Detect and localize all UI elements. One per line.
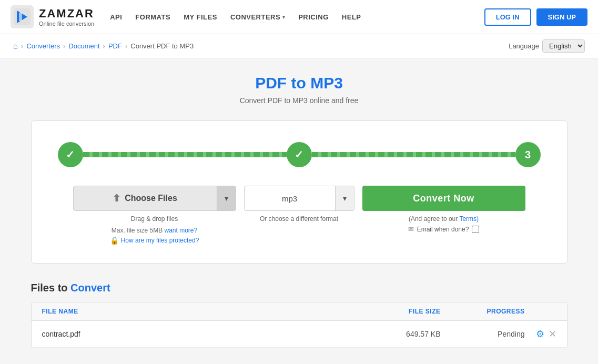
steps-bar: ✓ ✓ 3 [58, 142, 541, 167]
agree-text: (And agree to our Terms) [409, 215, 479, 223]
files-title-accent: Convert [70, 282, 110, 294]
nav-pricing[interactable]: PRICING [298, 13, 329, 21]
nav-formats[interactable]: FORMATS [135, 13, 170, 21]
logo[interactable]: ZAMZAR Online file conversion [11, 5, 94, 28]
col-header-name: FILE NAME [42, 308, 378, 315]
file-name: contract.pdf [42, 330, 378, 338]
sep4: › [125, 42, 127, 50]
sep1: › [21, 42, 23, 50]
format-dropdown-arrow[interactable]: ▾ [335, 186, 354, 210]
breadcrumb-document[interactable]: Document [68, 42, 99, 50]
choose-files-button[interactable]: ⬆ Choose Files ▾ [73, 186, 236, 211]
step-1: ✓ [58, 142, 83, 167]
file-settings-button[interactable]: ⚙ [536, 328, 544, 340]
signup-button[interactable]: SIGN UP [536, 8, 587, 26]
page-title: PDF to MP3 [31, 74, 567, 92]
email-label: Email when done? [417, 226, 469, 233]
nav-converters[interactable]: CONVERTERS ▾ [230, 13, 285, 21]
email-row: ✉ Email when done? [408, 225, 480, 233]
language-label: Language [509, 42, 539, 50]
page-subtitle: Convert PDF to MP3 online and free [31, 96, 567, 105]
logo-icon [11, 5, 34, 28]
format-value: mp3 [245, 194, 335, 203]
breadcrumb: ⌂ › Converters › Document › PDF › Conver… [13, 42, 194, 50]
main-nav: API FORMATS MY FILES CONVERTERS ▾ PRICIN… [110, 13, 484, 21]
drag-drop-hint: Drag & drop files [131, 215, 178, 223]
format-arrow-icon: ▾ [343, 194, 347, 203]
step-3: 3 [515, 142, 541, 167]
file-size: 649.57 KB [378, 330, 441, 338]
nav-api[interactable]: API [110, 13, 122, 21]
nav-help[interactable]: HELP [342, 13, 361, 21]
home-icon: ⌂ [13, 42, 18, 50]
main-content: PDF to MP3 Convert PDF to MP3 online and… [23, 58, 575, 364]
lock-icon: 🔒 [110, 236, 119, 245]
email-checkbox[interactable] [472, 226, 479, 233]
svg-rect-5 [19, 13, 22, 21]
files-section-title: Files to Convert [31, 282, 567, 294]
file-remove-button[interactable]: ✕ [549, 328, 556, 340]
convert-now-button[interactable]: Convert Now [362, 186, 525, 211]
login-button[interactable]: LOG IN [484, 8, 531, 26]
action-row: ⬆ Choose Files ▾ Drag & drop files Max. … [58, 186, 541, 245]
upload-icon: ⬆ [113, 193, 120, 204]
choose-files-label: Choose Files [125, 194, 177, 203]
sep3: › [103, 42, 105, 50]
logo-tagline: Online file conversion [39, 21, 94, 27]
convert-section: Convert Now (And agree to our Terms) ✉ E… [362, 186, 525, 233]
nav-my-files[interactable]: MY FILES [184, 13, 217, 21]
language-area: Language English [509, 39, 585, 53]
arrow-icon: ▾ [225, 194, 228, 203]
converters-dropdown-arrow: ▾ [282, 14, 285, 20]
breadcrumb-bar: ⌂ › Converters › Document › PDF › Conver… [0, 34, 598, 58]
step-line-1 [83, 152, 287, 157]
step-2: ✓ [287, 142, 312, 167]
language-select[interactable]: English [542, 39, 585, 53]
format-hint: Or choose a different format [260, 215, 338, 223]
email-icon: ✉ [408, 225, 414, 233]
logo-name: ZAMZAR [39, 7, 94, 21]
header-actions: LOG IN SIGN UP [484, 8, 587, 26]
files-table: FILE NAME FILE SIZE PROGRESS contract.pd… [31, 302, 567, 348]
file-actions: ⚙ ✕ [525, 328, 556, 340]
file-size-hint: Max. file size 5MB want more? [112, 227, 197, 234]
col-header-actions [525, 308, 556, 315]
step-line-2 [312, 152, 515, 157]
protection-link[interactable]: How are my files protected? [121, 237, 199, 244]
choose-files-label-area: ⬆ Choose Files [74, 193, 217, 204]
sep2: › [63, 42, 65, 50]
file-progress: Pending [441, 330, 525, 338]
want-more-link[interactable]: want more? [165, 227, 198, 234]
format-select-button[interactable]: mp3 ▾ [244, 186, 354, 211]
choose-files-dropdown-arrow[interactable]: ▾ [217, 186, 236, 210]
format-section: mp3 ▾ Or choose a different format [244, 186, 354, 223]
terms-link[interactable]: Terms) [459, 215, 479, 223]
col-header-progress: PROGRESS [441, 308, 525, 315]
col-header-size: FILE SIZE [378, 308, 441, 315]
breadcrumb-pdf[interactable]: PDF [108, 42, 122, 50]
header: ZAMZAR Online file conversion API FORMAT… [0, 0, 598, 34]
home-link[interactable]: ⌂ [13, 42, 18, 50]
files-title-plain: Files to [31, 282, 68, 294]
converter-card: ✓ ✓ 3 ⬆ Choose Files ▾ Drag & drop fi [31, 120, 567, 264]
nav-converters-link[interactable]: CONVERTERS [230, 13, 280, 21]
protection-row: 🔒 How are my files protected? [110, 236, 199, 245]
table-row: contract.pdf 649.57 KB Pending ⚙ ✕ [32, 321, 567, 348]
choose-files-section: ⬆ Choose Files ▾ Drag & drop files Max. … [73, 186, 236, 245]
breadcrumb-converters[interactable]: Converters [26, 42, 60, 50]
files-table-header: FILE NAME FILE SIZE PROGRESS [32, 302, 567, 321]
breadcrumb-current: Convert PDF to MP3 [130, 42, 194, 50]
